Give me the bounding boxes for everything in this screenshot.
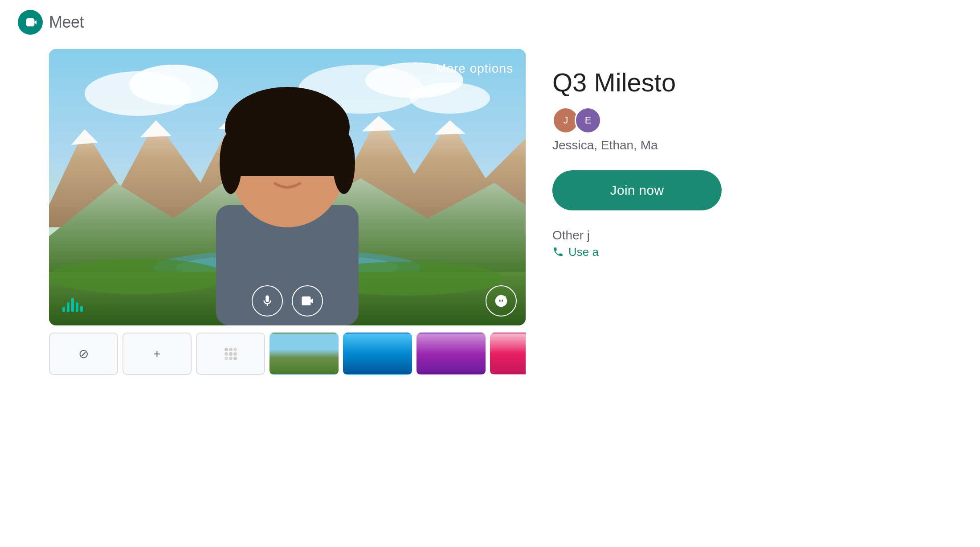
audio-bar-3 [71,298,74,312]
bg-thumb-blur[interactable] [196,333,265,375]
meet-logo-icon [18,10,43,35]
svg-point-30 [225,348,228,351]
svg-point-33 [225,352,228,356]
background-thumbnails: ⊘ + [49,333,526,379]
camera-button[interactable] [292,285,323,317]
other-join-text: Other j [552,228,953,243]
mic-button[interactable] [252,285,283,317]
bg-thumb-add[interactable]: + [122,333,192,375]
bg-effects-icon [494,294,508,308]
mountain-background [49,49,526,325]
mic-icon [261,294,274,308]
bg-thumb-ocean[interactable] [343,333,412,375]
svg-point-26 [333,132,355,194]
svg-rect-24 [227,127,347,176]
audio-indicator [62,298,83,312]
use-audio-text: Use a [568,245,599,259]
bg-thumb-mountains[interactable] [270,333,339,375]
svg-point-36 [225,357,228,360]
right-panel: Q3 Milesto J E Jessica, Ethan, Ma Join n… [526,49,980,547]
logo-container: Meet [18,10,84,35]
svg-point-31 [229,348,233,351]
video-preview: More options [49,49,526,325]
audio-bar-2 [67,302,69,312]
svg-point-27 [264,156,280,169]
svg-point-29 [499,297,503,300]
svg-point-37 [229,357,233,360]
svg-point-18 [49,259,227,294]
svg-point-32 [233,348,237,351]
use-audio-link[interactable]: Use a [552,245,953,259]
svg-point-6 [410,82,490,114]
meeting-info: Q3 Milesto J E Jessica, Ethan, Ma [552,67,953,152]
bg-thumb-pink[interactable] [490,333,526,375]
main-content: More options [0,49,980,547]
svg-point-3 [129,65,218,105]
blur-icon [222,345,240,363]
svg-point-34 [229,352,233,356]
meeting-title: Q3 Milesto [552,67,953,98]
phone-icon [552,246,564,258]
participants-text: Jessica, Ethan, Ma [552,138,953,152]
add-icon: + [153,347,160,361]
app-title: Meet [49,13,84,32]
bg-thumb-no-effect[interactable]: ⊘ [49,333,118,375]
avatar-ethan: E [575,107,601,134]
other-options: Other j Use a [552,224,953,259]
more-options-button[interactable]: More options [432,58,517,79]
svg-point-28 [295,156,311,169]
left-panel: More options [0,49,526,547]
audio-bar-4 [76,302,78,312]
no-effect-icon: ⊘ [78,346,89,361]
camera-icon [301,294,314,308]
svg-point-38 [233,357,237,360]
audio-bar-1 [62,307,65,312]
video-controls [252,285,323,317]
header: Meet [0,0,980,45]
bg-effects-button[interactable] [486,285,517,317]
join-now-button[interactable]: Join now [552,170,722,210]
bg-thumb-purple[interactable] [416,333,486,375]
svg-point-25 [220,132,242,194]
avatars-row: J E [552,107,953,134]
audio-bar-5 [80,306,83,312]
svg-point-35 [233,352,237,356]
